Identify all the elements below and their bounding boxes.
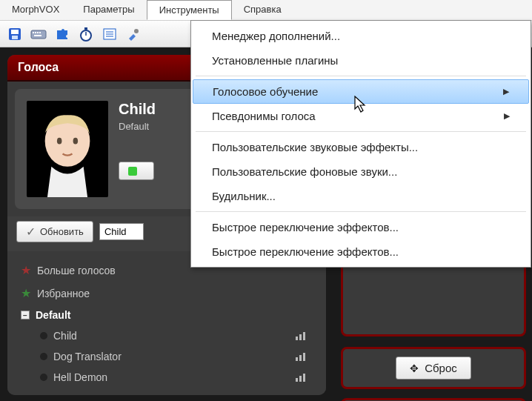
dd-label: Будильник... (212, 190, 276, 202)
voice-select[interactable]: Child (99, 223, 144, 240)
bullet-icon (40, 374, 47, 381)
svg-point-16 (134, 29, 139, 33)
dd-label: Псевдонимы голоса (212, 110, 316, 122)
tree-favorites[interactable]: ★ Избранное (18, 282, 316, 305)
dd-separator (196, 76, 526, 76)
reset-label: Сброс (425, 362, 457, 374)
star-icon: ★ (21, 286, 31, 300)
bullet-icon (40, 332, 47, 339)
refresh-button[interactable]: ✓ Обновить (16, 221, 93, 242)
collapse-icon[interactable]: − (21, 311, 30, 319)
refresh-label: Обновить (40, 226, 84, 237)
avatar (27, 101, 108, 197)
bullet-icon (40, 353, 47, 360)
dd-label: Быстрое переключение эффектов... (212, 245, 399, 258)
svg-point-20 (73, 138, 79, 145)
tree-label: Избранное (37, 288, 90, 299)
svg-rect-4 (33, 32, 34, 33)
svg-rect-10 (84, 27, 87, 30)
star-icon: ★ (21, 263, 31, 277)
svg-rect-2 (12, 36, 18, 39)
menu-params[interactable]: Параметры (71, 0, 146, 20)
menu-morphvox[interactable]: MorphVOX (0, 0, 71, 20)
submenu-arrow-icon: ▶ (504, 111, 510, 121)
save-icon[interactable] (6, 25, 24, 43)
svg-rect-6 (37, 32, 39, 33)
reset-button[interactable]: ✥ Сброс (396, 357, 471, 380)
svg-rect-5 (35, 32, 36, 33)
dd-voice-training[interactable]: Голосовое обучение ▶ (193, 79, 529, 104)
dd-label: Менеджер дополнений... (212, 30, 340, 42)
tree-item-dog[interactable]: Dog Translator (18, 346, 316, 367)
dd-quick-effects-1[interactable]: Быстрое переключение эффектов... (191, 215, 531, 239)
signal-icon (296, 374, 305, 382)
dd-label: Установленные плагины (212, 54, 338, 67)
tree-item-label: Child (53, 330, 77, 342)
menu-tools[interactable]: Инструменты (147, 0, 232, 20)
dd-addons-manager[interactable]: Менеджер дополнений... (191, 24, 531, 48)
svg-rect-3 (31, 30, 46, 39)
dd-label: Пользовательские звуковые эффекты... (212, 141, 418, 153)
dd-custom-sfx[interactable]: Пользовательские звуковые эффекты... (191, 135, 531, 159)
dd-custom-bg[interactable]: Пользовательские фоновые звуки... (191, 159, 531, 184)
svg-point-19 (57, 138, 62, 145)
voice-action-button[interactable] (119, 162, 154, 180)
status-dot-icon (128, 167, 137, 176)
svg-rect-7 (39, 32, 41, 33)
tree-default-group[interactable]: − Default (18, 305, 316, 325)
dd-quick-effects-2[interactable]: Быстрое переключение эффектов... (191, 239, 531, 264)
svg-rect-1 (11, 30, 19, 34)
tools-dropdown: Менеджер дополнений... Установленные пла… (190, 20, 531, 268)
tree-item-label: Hell Demon (53, 371, 107, 383)
dd-voice-aliases[interactable]: Псевдонимы голоса ▶ (191, 104, 531, 128)
dd-label: Голосовое обучение (213, 85, 318, 98)
dd-alarm[interactable]: Будильник... (191, 184, 531, 208)
menubar: MorphVOX Параметры Инструменты Справка (0, 0, 532, 21)
dd-installed-plugins[interactable]: Установленные плагины (191, 48, 531, 73)
signal-icon (296, 353, 305, 361)
submenu-arrow-icon: ▶ (503, 87, 509, 96)
tree-item-child[interactable]: Child (18, 325, 316, 346)
tree-item-label: Dog Translator (53, 351, 122, 362)
check-icon: ✓ (26, 225, 36, 239)
tree-label: Больше голосов (37, 265, 116, 276)
keyboard-icon[interactable] (30, 25, 47, 43)
reset-panel: ✥ Сброс (341, 347, 526, 389)
signal-icon (296, 332, 305, 340)
dd-label: Быстрое переключение эффектов... (212, 221, 399, 233)
svg-rect-8 (34, 35, 41, 36)
dd-label: Пользовательские фоновые звуки... (212, 165, 397, 178)
voice-tree: ★ Больше голосов ★ Избранное − Default C… (7, 251, 326, 395)
equalizer-panel (341, 398, 526, 401)
menu-help[interactable]: Справка (232, 0, 293, 20)
dd-separator (196, 211, 526, 212)
dd-separator (196, 131, 526, 132)
list-icon[interactable] (101, 25, 119, 43)
puzzle-icon[interactable] (53, 25, 71, 43)
voice-action-label (142, 165, 144, 176)
tools-icon[interactable] (124, 25, 142, 43)
target-icon: ✥ (410, 362, 419, 374)
stopwatch-icon[interactable] (77, 25, 95, 43)
tree-label: Default (36, 309, 70, 321)
tree-item-hell[interactable]: Hell Demon (18, 367, 316, 388)
